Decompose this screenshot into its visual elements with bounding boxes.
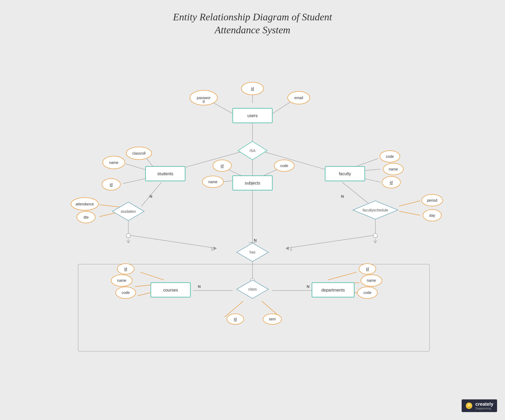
attr-courses-name: name — [117, 278, 126, 283]
svg-point-42 — [373, 233, 378, 238]
attr-students-name: name — [109, 160, 118, 165]
main-container: Entity Relationship Diagram of Student A… — [0, 0, 505, 420]
svg-line-19 — [342, 182, 370, 205]
rel-studatten: studatten — [121, 209, 136, 214]
attr-dept-code: code — [364, 290, 372, 295]
entity-students: students — [157, 172, 173, 176]
rel-class: class — [248, 287, 257, 291]
erd-svg: users students faculty subjects courses … — [32, 42, 473, 399]
attr-students-id: id — [110, 182, 113, 187]
creately-text-block: creately Diagramming — [475, 401, 493, 410]
attr-dept-name: name — [367, 278, 376, 283]
svg-marker-50 — [214, 246, 217, 250]
mult-courses-class: N — [198, 284, 201, 289]
attr-courses-code: code — [122, 290, 130, 295]
svg-line-30 — [140, 272, 164, 280]
attr-courses-id: id — [124, 267, 127, 271]
creately-label: creately — [475, 401, 493, 407]
rel-has: has — [250, 250, 256, 254]
attr-users-password2: d — [203, 99, 205, 104]
attr-class-sem: sem — [269, 317, 276, 321]
rel-facultyschedule: facultyschedule — [363, 208, 388, 212]
attr-studatten-dte: dte — [84, 215, 89, 219]
attr-studatten-attendance: attendance — [76, 202, 94, 206]
svg-line-44 — [375, 240, 377, 243]
entity-subjects: subjects — [245, 181, 260, 185]
creately-branding: creately Diagramming — [462, 399, 497, 412]
attr-fs-period: period — [427, 198, 437, 202]
attr-users-id: id — [251, 86, 254, 91]
diagram-title: Entity Relationship Diagram of Student A… — [0, 0, 505, 37]
mult-students-studatten: N — [149, 194, 152, 199]
svg-line-43 — [374, 240, 375, 243]
entity-courses: courses — [163, 288, 178, 292]
attr-faculty-code: code — [386, 154, 394, 159]
svg-line-40 — [128, 240, 130, 243]
svg-line-33 — [328, 272, 357, 280]
title-line2: Attendance System — [215, 24, 290, 35]
attr-students-classroll: classroll — [132, 151, 145, 155]
entity-users: users — [247, 113, 258, 118]
svg-rect-95 — [468, 408, 470, 408]
attr-dept-id: id — [366, 267, 369, 271]
attr-subjects-id: id — [221, 164, 224, 168]
creately-tagline: Diagramming — [475, 407, 493, 410]
attr-fs-day: day — [429, 213, 435, 218]
attr-users-email: email — [294, 96, 303, 100]
svg-line-25 — [286, 235, 375, 248]
title-line1: Entity Relationship Diagram of Student — [173, 11, 332, 22]
svg-marker-51 — [286, 246, 289, 250]
attr-faculty-name: name — [389, 167, 398, 171]
mult-subjects-has: N — [254, 238, 257, 242]
mult-dept-class: N — [307, 284, 310, 289]
entity-faculty: faculty — [339, 172, 351, 176]
svg-point-38 — [126, 233, 130, 238]
svg-line-21 — [399, 211, 420, 215]
svg-rect-94 — [468, 407, 470, 408]
mult-faculty-fs: N — [341, 194, 344, 199]
diagram-area: users students faculty subjects courses … — [32, 42, 473, 399]
attr-class-id: id — [234, 317, 237, 321]
svg-line-20 — [399, 201, 420, 206]
svg-line-5 — [264, 152, 333, 172]
attr-subjects-name: name — [208, 180, 218, 184]
svg-line-1 — [212, 102, 233, 114]
svg-line-2 — [272, 102, 291, 114]
entity-departments: departments — [321, 288, 345, 292]
attr-subjects-code: code — [280, 164, 288, 168]
rel-isa: ISA — [250, 149, 256, 153]
svg-line-23 — [128, 235, 217, 248]
svg-line-39 — [126, 240, 128, 243]
bulb-icon — [465, 402, 473, 409]
attr-faculty-id: id — [390, 180, 393, 184]
